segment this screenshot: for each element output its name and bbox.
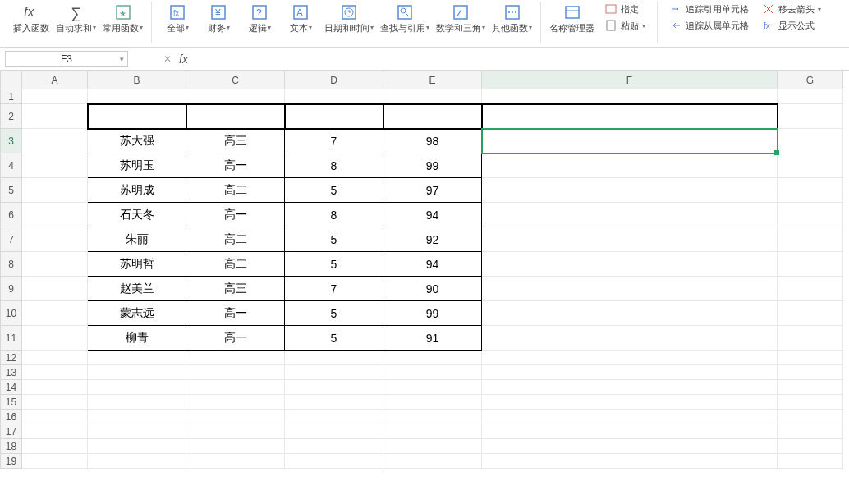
cell-C16[interactable]	[186, 410, 285, 424]
cell-F3[interactable]	[482, 129, 778, 153]
col-header-E[interactable]: E	[383, 71, 482, 89]
cell-B5[interactable]: 苏明成	[88, 178, 186, 203]
cell-F9[interactable]	[482, 277, 778, 301]
cell-E3[interactable]: 98	[383, 129, 482, 153]
cell-B9[interactable]: 赵美兰	[88, 277, 186, 301]
autosum-button[interactable]: ∑ 自动求和▾	[53, 2, 99, 34]
cell-B12[interactable]	[88, 351, 186, 365]
row-header-8[interactable]: 8	[1, 252, 22, 277]
cell-D5[interactable]: 5	[285, 178, 383, 203]
cell-G1[interactable]	[778, 89, 843, 104]
col-header-C[interactable]: C	[186, 71, 285, 89]
cell-G13[interactable]	[778, 365, 843, 380]
cell-A7[interactable]	[22, 227, 88, 252]
col-header-G[interactable]: G	[778, 71, 843, 89]
cell-G2[interactable]	[778, 104, 843, 129]
cell-F1[interactable]	[482, 89, 778, 104]
cell-D6[interactable]: 8	[285, 203, 383, 227]
cell-B18[interactable]	[88, 439, 186, 454]
cell-D9[interactable]: 7	[285, 277, 383, 301]
cell-G14[interactable]	[778, 380, 843, 395]
cell-D12[interactable]	[285, 351, 383, 365]
cell-F10[interactable]	[482, 301, 778, 326]
cell-C19[interactable]	[186, 454, 285, 469]
cell-B6[interactable]: 石天冬	[88, 203, 186, 227]
cell-D2[interactable]: 班级	[285, 104, 383, 129]
cell-B4[interactable]: 苏明玉	[88, 153, 186, 178]
cell-F15[interactable]	[482, 395, 778, 410]
financial-button[interactable]: ¥ 财务▾	[198, 2, 239, 34]
cell-A16[interactable]	[22, 410, 88, 424]
cell-C4[interactable]: 高一	[186, 153, 285, 178]
row-header-4[interactable]: 4	[1, 153, 22, 178]
cell-B17[interactable]	[88, 424, 186, 439]
cell-E7[interactable]: 92	[383, 227, 482, 252]
cell-E8[interactable]: 94	[383, 252, 482, 277]
cell-F7[interactable]	[482, 227, 778, 252]
cell-A14[interactable]	[22, 380, 88, 395]
cell-E11[interactable]: 91	[383, 326, 482, 351]
cell-F12[interactable]	[482, 351, 778, 365]
cell-C3[interactable]: 高三	[186, 129, 285, 153]
cell-B2[interactable]: 名字	[88, 104, 186, 129]
cell-C5[interactable]: 高二	[186, 178, 285, 203]
row-header-9[interactable]: 9	[1, 277, 22, 301]
cell-A10[interactable]	[22, 301, 88, 326]
cell-D11[interactable]: 5	[285, 326, 383, 351]
lookup-button[interactable]: 查找与引用▾	[377, 2, 433, 34]
selection-handle[interactable]	[774, 150, 779, 155]
cell-B13[interactable]	[88, 365, 186, 380]
trace-dependents-button[interactable]: 追踪从属单元格	[666, 18, 752, 33]
row-header-11[interactable]: 11	[1, 326, 22, 351]
cell-E13[interactable]	[383, 365, 482, 380]
cell-G15[interactable]	[778, 395, 843, 410]
cell-C2[interactable]: 年级	[186, 104, 285, 129]
cell-A11[interactable]	[22, 326, 88, 351]
cell-F13[interactable]	[482, 365, 778, 380]
row-header-2[interactable]: 2	[1, 104, 22, 129]
cell-B8[interactable]: 苏明哲	[88, 252, 186, 277]
cell-B10[interactable]: 蒙志远	[88, 301, 186, 326]
cell-B7[interactable]: 朱丽	[88, 227, 186, 252]
cell-D8[interactable]: 5	[285, 252, 383, 277]
row-header-6[interactable]: 6	[1, 203, 22, 227]
row-header-3[interactable]: 3	[1, 129, 22, 153]
cell-C13[interactable]	[186, 365, 285, 380]
cell-A2[interactable]	[22, 104, 88, 129]
name-box[interactable]: F3 ▾	[5, 51, 128, 67]
trace-precedents-button[interactable]: 追踪引用单元格	[666, 2, 752, 16]
cell-E2[interactable]: 分数	[383, 104, 482, 129]
cell-A13[interactable]	[22, 365, 88, 380]
cell-A6[interactable]	[22, 203, 88, 227]
cell-G18[interactable]	[778, 439, 843, 454]
row-header-10[interactable]: 10	[1, 301, 22, 326]
cell-F4[interactable]	[482, 153, 778, 178]
cell-E15[interactable]	[383, 395, 482, 410]
cell-E1[interactable]	[383, 89, 482, 104]
cell-G19[interactable]	[778, 454, 843, 469]
cell-E5[interactable]: 97	[383, 178, 482, 203]
cell-C11[interactable]: 高一	[186, 326, 285, 351]
row-header-12[interactable]: 12	[1, 351, 22, 365]
row-header-5[interactable]: 5	[1, 178, 22, 203]
row-header-16[interactable]: 16	[1, 410, 22, 424]
cell-D15[interactable]	[285, 395, 383, 410]
cell-G6[interactable]	[778, 203, 843, 227]
row-header-7[interactable]: 7	[1, 227, 22, 252]
all-functions-button[interactable]: fx 全部▾	[157, 2, 198, 34]
assign-button[interactable]: 指定	[601, 2, 649, 16]
cell-F6[interactable]	[482, 203, 778, 227]
cell-A17[interactable]	[22, 424, 88, 439]
cell-D14[interactable]	[285, 380, 383, 395]
cell-A15[interactable]	[22, 395, 88, 410]
select-all-corner[interactable]	[1, 71, 22, 89]
cell-C10[interactable]: 高一	[186, 301, 285, 326]
col-header-D[interactable]: D	[285, 71, 383, 89]
text-functions-button[interactable]: A 文本▾	[280, 2, 321, 34]
cell-D10[interactable]: 5	[285, 301, 383, 326]
cell-A4[interactable]	[22, 153, 88, 178]
cell-B19[interactable]	[88, 454, 186, 469]
row-header-19[interactable]: 19	[1, 454, 22, 469]
cell-A3[interactable]	[22, 129, 88, 153]
cell-E16[interactable]	[383, 410, 482, 424]
